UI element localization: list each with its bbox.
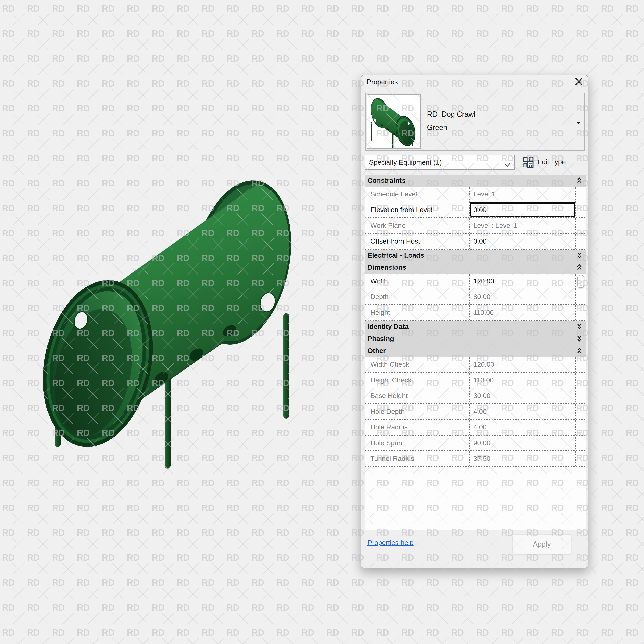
property-row-offset-from-host: Offset from Host0.00 [365,234,586,250]
property-label: Work Plane [365,218,469,233]
section-label: Constraints [367,177,406,185]
property-row-depth: Depth80.00 [365,289,586,305]
type-selector[interactable]: RD_Dog Crawl Green [365,93,585,151]
collapse-section-icon [576,176,582,186]
section-header-constraints[interactable]: Constraints [365,175,586,187]
property-value-hole-radius: 4.00 [469,420,575,435]
property-row-base-height: Base Height30.00 [365,388,586,404]
type-name-line: Green [427,121,475,134]
scrollbar-thumb[interactable] [577,275,584,288]
property-label: Width Check [365,357,469,372]
property-label: Schedule Level [365,187,469,202]
collapse-section-icon [576,347,582,356]
type-name: RD_Dog Crawl Green [427,108,475,134]
dog-crawl-tunnel-model[interactable] [28,171,305,469]
property-value-hole-depth: 4.00 [469,404,575,419]
row-margin-cell [575,234,586,249]
row-margin-cell [575,187,586,202]
expand-section-icon [576,322,582,332]
edit-type-label: Edit Type [537,158,566,166]
properties-help-link[interactable]: Properties help [367,539,414,547]
property-value-width-check: 120.00 [469,357,575,372]
row-margin-cell [575,404,586,419]
property-label: Base Height [365,388,469,403]
close-icon[interactable] [574,77,583,86]
section-label: Electrical - Loads [367,252,424,260]
property-row-height: Height110.00 [365,305,586,321]
property-value-height: 110.00 [469,305,575,320]
category-filter-value: Specialty Equipment (1) [369,159,442,167]
section-header-electrical-loads[interactable]: Electrical - Loads [365,250,586,262]
type-selector-dropdown-icon[interactable] [576,119,581,126]
edit-type-button[interactable]: Edit Type [521,155,585,170]
property-label: Tunnel Radius [365,451,469,466]
property-value-elevation-from-level[interactable]: 0.00 [469,202,575,217]
property-value-height-check: 110.00 [469,373,575,388]
properties-table: ConstraintsSchedule LevelLevel 1Elevatio… [365,175,586,530]
section-label: Dimensions [367,264,406,272]
property-label: Hole Span [365,436,469,450]
property-label: Elevation from Level [365,202,469,217]
property-row-elevation-from-level: Elevation from Level0.00 [365,202,586,218]
property-label: Hole Depth [365,404,469,419]
property-value-hole-span: 90.00 [469,436,575,450]
property-value-width[interactable]: 120.00 [469,274,575,289]
family-name: RD_Dog Crawl [427,108,475,121]
property-row-height-check: Height Check110.00 [365,373,586,388]
property-row-tunnel-radius: Tunnel Radius37.50 [365,451,586,467]
row-margin-cell [575,274,586,289]
property-value-base-height: 30.00 [469,388,575,403]
property-label: Height Check [365,373,469,388]
property-value-depth: 80.00 [469,289,575,304]
property-row-hole-span: Hole Span90.00 [365,436,586,451]
tunnel-leg [283,313,289,419]
property-value-offset-from-host[interactable]: 0.00 [469,234,575,249]
property-label: Offset from Host [365,234,469,249]
property-value-tunnel-radius: 37.50 [469,451,575,466]
row-margin-cell [575,388,586,403]
property-row-work-plane: Work PlaneLevel : Level 1 [365,218,586,234]
section-label: Identity Data [367,323,409,331]
chevron-down-icon [504,161,510,168]
row-margin-cell [575,202,586,217]
property-label: Width [365,274,469,289]
row-margin-cell [575,420,586,435]
section-label: Other [367,347,386,355]
row-margin-cell [575,289,586,304]
tunnel-leg [165,374,171,469]
section-header-dimensions[interactable]: Dimensions [365,262,586,274]
collapse-section-icon [576,263,582,273]
property-row-width: Width120.00 [365,274,586,289]
row-margin-cell [575,451,586,466]
panel-footer: Properties help Apply [361,529,588,568]
property-row-schedule-level: Schedule LevelLevel 1 [365,187,586,202]
property-row-hole-radius: Hole Radius4.00 [365,420,586,436]
properties-panel: Properties RD_Dog Crawl Green Specialty … [361,75,588,568]
type-preview-thumbnail [367,94,421,149]
row-margin-cell [575,218,586,233]
property-row-hole-depth: Hole Depth4.00 [365,404,586,420]
apply-button[interactable]: Apply [512,534,571,554]
row-margin-cell [575,357,586,372]
category-filter-dropdown[interactable]: Specialty Equipment (1) [365,155,515,170]
expand-section-icon [576,251,582,261]
row-margin-cell [575,305,586,320]
property-value-work-plane: Level : Level 1 [469,218,575,233]
property-label: Depth [365,289,469,304]
expand-section-icon [576,334,582,344]
panel-title: Properties [367,78,398,86]
property-row-width-check: Width Check120.00 [365,357,586,373]
section-header-identity-data[interactable]: Identity Data [365,321,586,333]
property-label: Hole Radius [365,420,469,435]
section-label: Phasing [367,335,394,343]
revit-canvas: Properties RD_Dog Crawl Green Specialty … [0,0,644,644]
section-header-phasing[interactable]: Phasing [365,333,586,345]
section-header-other[interactable]: Other [365,345,586,357]
row-margin-cell [575,373,586,388]
property-value-schedule-level: Level 1 [469,187,575,202]
property-label: Height [365,305,469,320]
row-margin-cell [575,436,586,450]
edit-type-icon [522,156,534,170]
